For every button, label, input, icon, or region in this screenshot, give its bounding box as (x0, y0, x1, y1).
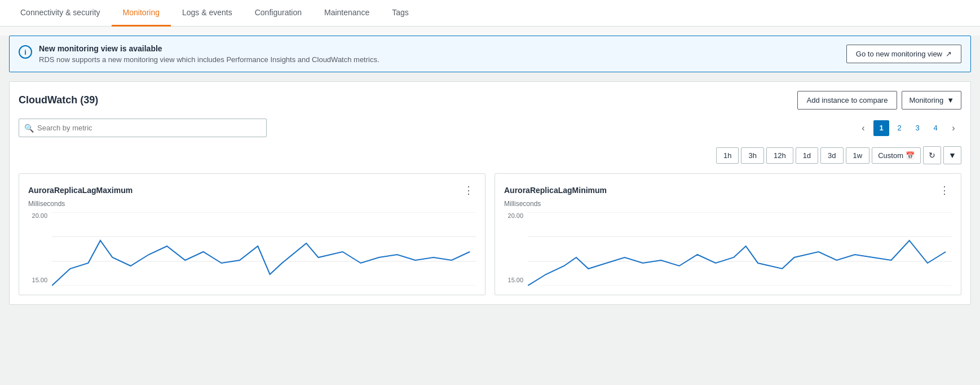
pagination-page-1[interactable]: 1 (873, 120, 889, 136)
time-filter-row: 1h 3h 12h 1d 3d 1w Custom 📅 ↻ ▼ (19, 146, 961, 164)
main-content: i New monitoring view is available RDS n… (0, 36, 980, 385)
chart-2-menu-button[interactable]: ⋮ (937, 183, 952, 198)
pagination-page-4[interactable]: 4 (928, 120, 943, 136)
chevron-down-icon: ▼ (947, 96, 954, 104)
chart-card-1-header: AuroraReplicaLagMaximum ⋮ (28, 183, 476, 198)
chart-2-unit: Milliseconds (504, 200, 952, 208)
chart-1-unit: Milliseconds (28, 200, 476, 208)
chart-1-title: AuroraReplicaLagMaximum (28, 186, 133, 195)
time-3d-button[interactable]: 3d (820, 147, 843, 164)
chart-1-y-min: 15.00 (28, 277, 47, 283)
time-custom-label: Custom (878, 151, 903, 160)
cloudwatch-section: CloudWatch (39) Add instance to compare … (9, 81, 971, 305)
tab-monitoring[interactable]: Monitoring (112, 0, 171, 27)
chart-2-y-max: 20.00 (504, 212, 523, 219)
pagination-page-3[interactable]: 3 (910, 120, 925, 136)
tab-bar: Connectivity & security Monitoring Logs … (0, 0, 980, 27)
chart-2-svg (528, 212, 952, 286)
time-3h-button[interactable]: 3h (741, 147, 763, 164)
banner-title: New monitoring view is available (39, 44, 379, 53)
chart-1-y-axis: 20.00 15.00 (28, 212, 47, 286)
info-banner: i New monitoring view is available RDS n… (9, 36, 971, 72)
chart-card-1: AuroraReplicaLagMaximum ⋮ Milliseconds 2… (19, 173, 485, 295)
pagination-page-2[interactable]: 2 (891, 120, 907, 136)
chevron-down-icon: ▼ (948, 151, 956, 160)
time-1w-button[interactable]: 1w (846, 147, 870, 164)
chart-2-y-axis: 20.00 15.00 (504, 212, 523, 286)
tab-logs[interactable]: Logs & events (171, 0, 244, 27)
cloudwatch-header: CloudWatch (39) Add instance to compare … (19, 91, 961, 110)
chart-1-body: 20.00 15.00 (28, 212, 476, 286)
time-12h-button[interactable]: 12h (766, 147, 793, 164)
chart-card-2-header: AuroraReplicaLagMinimum ⋮ (504, 183, 952, 198)
chart-options-dropdown[interactable]: ▼ (943, 146, 961, 164)
monitoring-dropdown-button[interactable]: Monitoring ▼ (902, 91, 961, 110)
info-banner-text: New monitoring view is available RDS now… (39, 44, 379, 64)
tab-tags[interactable]: Tags (381, 0, 420, 27)
search-input[interactable] (19, 119, 267, 137)
chart-1-svg (52, 212, 476, 286)
go-to-new-monitoring-label: Go to new monitoring view (856, 50, 942, 58)
external-link-icon: ↗ (946, 50, 952, 58)
tab-configuration[interactable]: Configuration (244, 0, 313, 27)
chart-2-body: 20.00 15.00 (504, 212, 952, 286)
chart-1-y-max: 20.00 (28, 212, 47, 219)
time-custom-button[interactable]: Custom 📅 (872, 147, 921, 164)
cloudwatch-actions: Add instance to compare Monitoring ▼ (797, 91, 961, 110)
pagination-prev-button[interactable]: ‹ (855, 120, 871, 136)
refresh-button[interactable]: ↻ (923, 146, 941, 164)
go-to-new-monitoring-button[interactable]: Go to new monitoring view ↗ (846, 45, 961, 63)
info-banner-left: i New monitoring view is available RDS n… (19, 44, 379, 64)
pagination-next-button[interactable]: › (946, 120, 961, 136)
search-bar-row: 🔍 ‹ 1 2 3 4 › (19, 119, 961, 137)
calendar-icon: 📅 (906, 151, 915, 160)
search-icon: 🔍 (24, 124, 34, 133)
search-input-wrapper: 🔍 (19, 119, 267, 137)
cloudwatch-title: CloudWatch (39) (19, 94, 98, 106)
charts-grid: AuroraReplicaLagMaximum ⋮ Milliseconds 2… (19, 173, 961, 295)
chart-2-y-min: 15.00 (504, 277, 523, 283)
tab-connectivity[interactable]: Connectivity & security (9, 0, 112, 27)
refresh-icon: ↻ (929, 151, 935, 160)
pagination: ‹ 1 2 3 4 › (855, 120, 961, 136)
info-icon: i (19, 45, 32, 59)
chart-2-title: AuroraReplicaLagMinimum (504, 186, 607, 195)
add-instance-button[interactable]: Add instance to compare (797, 91, 898, 110)
chart-1-menu-button[interactable]: ⋮ (461, 183, 476, 198)
chart-card-2: AuroraReplicaLagMinimum ⋮ Milliseconds 2… (495, 173, 961, 295)
monitoring-dropdown-label: Monitoring (909, 96, 943, 104)
tab-maintenance[interactable]: Maintenance (313, 0, 381, 27)
time-1h-button[interactable]: 1h (716, 147, 739, 164)
banner-description: RDS now supports a new monitoring view w… (39, 55, 379, 64)
time-1d-button[interactable]: 1d (796, 147, 818, 164)
